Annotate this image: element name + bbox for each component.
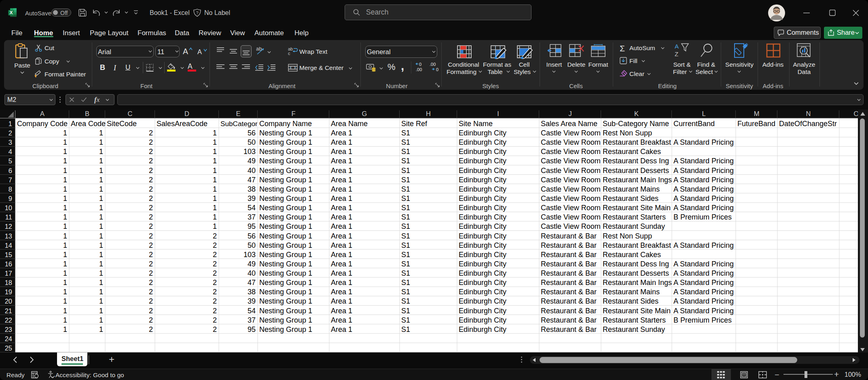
- svg-text:Edinburgh City: Edinburgh City: [459, 316, 506, 324]
- svg-text:56: 56: [248, 232, 256, 240]
- svg-text:Restaurant Sides: Restaurant Sides: [603, 194, 658, 203]
- svg-text:Nesting Group 1: Nesting Group 1: [259, 213, 312, 221]
- svg-text:S1: S1: [401, 204, 410, 212]
- svg-text:22: 22: [5, 317, 12, 324]
- svg-text:Restaurant & Bar: Restaurant & Bar: [541, 316, 597, 324]
- svg-text:1: 1: [99, 307, 103, 315]
- svg-text:6: 6: [8, 167, 12, 174]
- svg-text:1: 1: [63, 232, 67, 240]
- svg-text:2: 2: [213, 269, 217, 277]
- svg-text:Nesting Group 1: Nesting Group 1: [259, 204, 312, 212]
- svg-text:Edinburgh City: Edinburgh City: [459, 129, 506, 137]
- svg-text:Castle View Room: Castle View Room: [541, 157, 601, 165]
- svg-text:Castle View Room: Castle View Room: [541, 176, 601, 184]
- svg-text:Nesting Group 1: Nesting Group 1: [259, 157, 312, 165]
- svg-text:Nesting Group 1: Nesting Group 1: [259, 167, 312, 175]
- svg-text:Castle View Room: Castle View Room: [541, 194, 601, 203]
- svg-text:S1: S1: [401, 307, 410, 315]
- svg-text:Castle View Room: Castle View Room: [541, 204, 601, 212]
- svg-text:2: 2: [213, 251, 217, 259]
- svg-text:Restaurant & Bar: Restaurant & Bar: [541, 241, 597, 249]
- svg-text:Edinburgh City: Edinburgh City: [459, 279, 506, 287]
- svg-text:H: H: [426, 110, 431, 117]
- svg-text:S1: S1: [401, 232, 410, 240]
- svg-text:1: 1: [99, 222, 103, 230]
- svg-text:Nesting Group 1: Nesting Group 1: [259, 325, 312, 334]
- svg-text:Edinburgh City: Edinburgh City: [459, 251, 506, 259]
- svg-text:9: 9: [8, 195, 12, 202]
- svg-text:Area 1: Area 1: [331, 279, 352, 287]
- svg-text:Restaurant Sunday: Restaurant Sunday: [603, 222, 665, 230]
- svg-text:S1: S1: [401, 157, 410, 165]
- svg-text:Site Name: Site Name: [459, 120, 493, 128]
- svg-text:2: 2: [213, 260, 217, 268]
- svg-text:2: 2: [213, 325, 217, 334]
- svg-text:1: 1: [63, 194, 67, 203]
- svg-text:CurrentBand: CurrentBand: [673, 120, 715, 128]
- svg-text:2: 2: [149, 194, 153, 203]
- svg-text:1: 1: [63, 157, 67, 165]
- svg-text:1: 1: [99, 241, 103, 249]
- svg-text:S1: S1: [401, 138, 410, 146]
- svg-text:1: 1: [63, 222, 67, 230]
- svg-text:Nesting Group 1: Nesting Group 1: [259, 176, 312, 184]
- svg-text:1: 1: [213, 157, 217, 165]
- svg-text:1: 1: [63, 129, 67, 137]
- svg-text:S1: S1: [401, 194, 410, 203]
- svg-text:1: 1: [213, 167, 217, 175]
- svg-text:2: 2: [149, 251, 153, 259]
- svg-text:Edinburgh City: Edinburgh City: [459, 297, 506, 305]
- svg-text:37: 37: [248, 213, 256, 221]
- svg-text:Nesting Group 1: Nesting Group 1: [259, 148, 312, 156]
- svg-text:Restaurant Mains: Restaurant Mains: [603, 288, 660, 296]
- svg-text:14: 14: [5, 242, 12, 249]
- svg-text:1: 1: [213, 194, 217, 203]
- svg-text:Edinburgh City: Edinburgh City: [459, 222, 506, 230]
- svg-text:18: 18: [5, 279, 12, 286]
- svg-text:1: 1: [99, 148, 103, 156]
- svg-text:1: 1: [213, 213, 217, 221]
- svg-text:A Standard Pricing: A Standard Pricing: [673, 194, 734, 203]
- svg-text:5: 5: [8, 157, 12, 165]
- svg-text:2: 2: [149, 279, 153, 287]
- svg-text:Area 1: Area 1: [331, 148, 352, 156]
- svg-text:1: 1: [63, 260, 67, 268]
- svg-text:13: 13: [5, 232, 12, 240]
- svg-text:1: 1: [99, 269, 103, 277]
- svg-text:17: 17: [5, 270, 12, 277]
- svg-text:N: N: [806, 110, 811, 117]
- svg-text:1: 1: [99, 129, 103, 137]
- svg-text:Restaurant & Bar: Restaurant & Bar: [541, 260, 597, 268]
- svg-text:Restaurant & Bar: Restaurant & Bar: [541, 251, 597, 259]
- svg-text:FutureBand: FutureBand: [737, 120, 775, 128]
- svg-text:1: 1: [99, 204, 103, 212]
- svg-text:16: 16: [5, 260, 12, 268]
- svg-text:1: 1: [63, 167, 67, 175]
- svg-text:2: 2: [149, 138, 153, 146]
- svg-text:95: 95: [248, 222, 256, 230]
- svg-text:Nesting Group 1: Nesting Group 1: [259, 279, 312, 287]
- svg-text:Area 1: Area 1: [331, 194, 352, 203]
- svg-text:S1: S1: [401, 269, 410, 277]
- svg-text:2: 2: [213, 232, 217, 240]
- svg-text:Nesting Group 1: Nesting Group 1: [259, 185, 312, 193]
- svg-text:Castle View Room: Castle View Room: [541, 129, 601, 137]
- svg-text:39: 39: [248, 297, 256, 305]
- svg-text:K: K: [634, 110, 639, 117]
- svg-text:Edinburgh City: Edinburgh City: [459, 288, 506, 296]
- svg-text:1: 1: [213, 204, 217, 212]
- svg-text:Area 1: Area 1: [331, 222, 352, 230]
- svg-text:A Standard Pricing: A Standard Pricing: [673, 185, 734, 193]
- svg-text:Edinburgh City: Edinburgh City: [459, 138, 506, 146]
- svg-text:S1: S1: [401, 279, 410, 287]
- svg-text:S1: S1: [401, 316, 410, 324]
- svg-text:A: A: [675, 43, 679, 50]
- svg-text:Nesting Group 1: Nesting Group 1: [259, 288, 312, 296]
- svg-text:Sales Area Name: Sales Area Name: [541, 120, 597, 128]
- svg-text:S1: S1: [401, 176, 410, 184]
- svg-text:Restaurant & Bar: Restaurant & Bar: [541, 297, 597, 305]
- svg-text:50: 50: [248, 241, 256, 249]
- svg-text:Edinburgh City: Edinburgh City: [459, 213, 506, 221]
- svg-text:Restaurant Mains: Restaurant Mains: [603, 185, 660, 193]
- svg-text:40: 40: [248, 167, 256, 175]
